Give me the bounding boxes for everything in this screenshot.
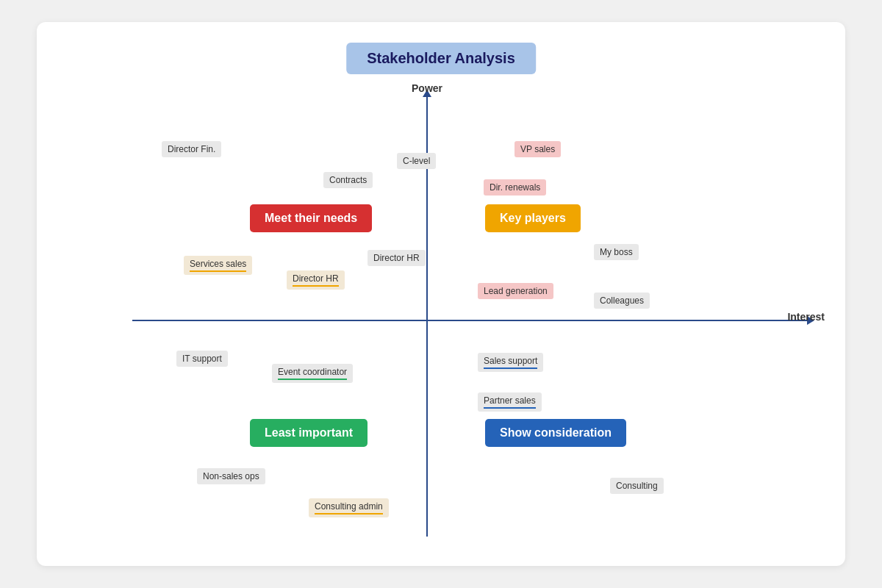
x-axis xyxy=(132,320,808,321)
node-director-hr-1: Director HR xyxy=(368,250,426,266)
node-services-sales: Services sales xyxy=(184,256,252,275)
chart-title: Stakeholder Analysis xyxy=(346,43,536,74)
node-vp-sales: VP sales xyxy=(514,141,561,157)
x-axis-label: Interest xyxy=(787,311,825,323)
node-partner-sales: Partner sales xyxy=(478,392,542,412)
node-colleagues: Colleagues xyxy=(594,293,650,309)
chart-container: Stakeholder Analysis Interest Power Meet… xyxy=(37,22,845,566)
node-director-fin: Director Fin. xyxy=(162,141,221,157)
y-axis-label: Power xyxy=(412,82,442,94)
node-non-sales-ops: Non-sales ops xyxy=(197,468,265,484)
node-c-level: C-level xyxy=(397,153,436,169)
node-sales-support: Sales support xyxy=(478,353,543,372)
node-director-hr-2: Director HR xyxy=(287,270,345,290)
node-it-support: IT support xyxy=(176,351,228,367)
node-lead-generation: Lead generation xyxy=(478,283,553,299)
quadrant-show: Show consideration xyxy=(485,419,626,447)
quadrant-meet: Meet their needs xyxy=(250,204,372,232)
node-dir-renewals: Dir. renewals xyxy=(484,179,546,196)
node-consulting-admin: Consulting admin xyxy=(309,498,389,517)
node-contracts: Contracts xyxy=(323,172,373,188)
node-event-coordinator: Event coordinator xyxy=(272,364,353,383)
quadrant-key: Key players xyxy=(485,204,581,232)
node-consulting: Consulting xyxy=(610,478,664,494)
quadrant-least: Least important xyxy=(250,419,368,447)
node-my-boss: My boss xyxy=(594,244,639,260)
